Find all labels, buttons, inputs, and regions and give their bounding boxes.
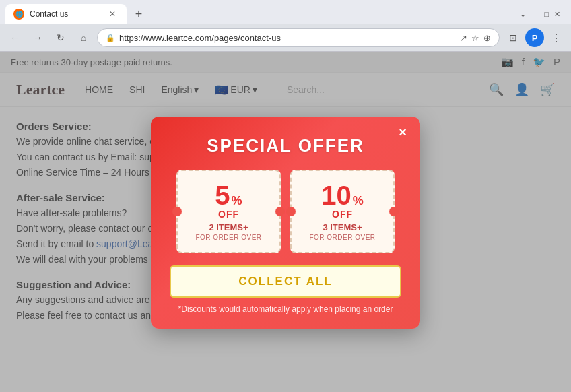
modal-overlay[interactable]: × SPECIAL OFFER 5 % OFF 2 ITEMS+ FOR ORD… <box>0 52 571 392</box>
coupon-10-percent: 10 % OFF 3 ITEMS+ FOR ORDER OVER <box>290 170 395 253</box>
active-tab[interactable]: 🌐 Contact us ✕ <box>5 4 127 24</box>
home-button[interactable]: ⌂ <box>74 28 93 47</box>
collect-all-button[interactable]: COLLECT ALL <box>170 265 401 298</box>
coupon2-off-label: OFF <box>305 209 380 220</box>
coupon2-percent: 10 <box>321 182 351 209</box>
tab-title: Contact us <box>30 9 102 19</box>
maximize-button[interactable]: □ <box>544 10 549 18</box>
minimize-button[interactable]: — <box>531 10 539 18</box>
coupon-5-percent: 5 % OFF 2 ITEMS+ FOR ORDER OVER <box>176 170 281 253</box>
address-bar[interactable]: 🔒 https://www.leartce.com/pages/contact-… <box>97 28 500 47</box>
coupon1-percent: 5 <box>215 182 230 209</box>
forward-button[interactable]: → <box>28 28 47 47</box>
extension-icon[interactable]: ⊕ <box>483 33 491 43</box>
coupon1-order: FOR ORDER OVER <box>191 234 266 241</box>
window-controls: ⌄ — □ ✕ <box>520 10 566 19</box>
page-content: Free returns 30-day postage paid returns… <box>0 52 571 392</box>
sidebar-icon[interactable]: ⊡ <box>504 28 523 47</box>
toolbar-icons: ⊡ P ⋮ <box>504 28 566 47</box>
bookmark-icon[interactable]: ☆ <box>471 33 479 43</box>
back-button[interactable]: ← <box>5 28 24 47</box>
refresh-button[interactable]: ↻ <box>51 28 70 47</box>
address-bar-icons: ↗ ☆ ⊕ <box>460 33 491 43</box>
coupon2-items: 3 ITEMS+ <box>305 222 380 232</box>
address-text: https://www.leartce.com/pages/contact-us <box>119 33 456 43</box>
tab-favicon: 🌐 <box>13 9 24 20</box>
coupons-row: 5 % OFF 2 ITEMS+ FOR ORDER OVER 10 % OFF… <box>170 170 401 253</box>
coupon1-off-label: OFF <box>191 209 266 220</box>
chevron-down-icon: ⌄ <box>520 10 526 19</box>
coupon2-off: % <box>353 194 364 208</box>
coupon1-off: % <box>232 194 242 208</box>
close-window-button[interactable]: ✕ <box>554 10 560 19</box>
tab-close-button[interactable]: ✕ <box>106 8 119 20</box>
modal-title: SPECIAL OFFER <box>170 135 401 156</box>
modal-close-button[interactable]: × <box>395 125 411 141</box>
coupon2-order: FOR ORDER OVER <box>305 234 380 241</box>
share-icon[interactable]: ↗ <box>460 33 467 43</box>
modal-discount-note: *Discounts would automatically apply whe… <box>170 304 401 314</box>
tab-bar: 🌐 Contact us ✕ + ⌄ — □ ✕ <box>0 0 571 24</box>
lock-icon: 🔒 <box>106 34 115 42</box>
special-offer-modal: × SPECIAL OFFER 5 % OFF 2 ITEMS+ FOR ORD… <box>151 117 420 329</box>
address-bar-row: ← → ↻ ⌂ 🔒 https://www.leartce.com/pages/… <box>0 24 571 51</box>
menu-button[interactable]: ⋮ <box>547 28 566 47</box>
new-tab-button[interactable]: + <box>129 5 148 24</box>
coupon1-items: 2 ITEMS+ <box>191 222 266 232</box>
browser-chrome: 🌐 Contact us ✕ + ⌄ — □ ✕ ← → ↻ ⌂ 🔒 https… <box>0 0 571 52</box>
profile-icon[interactable]: P <box>525 28 544 47</box>
